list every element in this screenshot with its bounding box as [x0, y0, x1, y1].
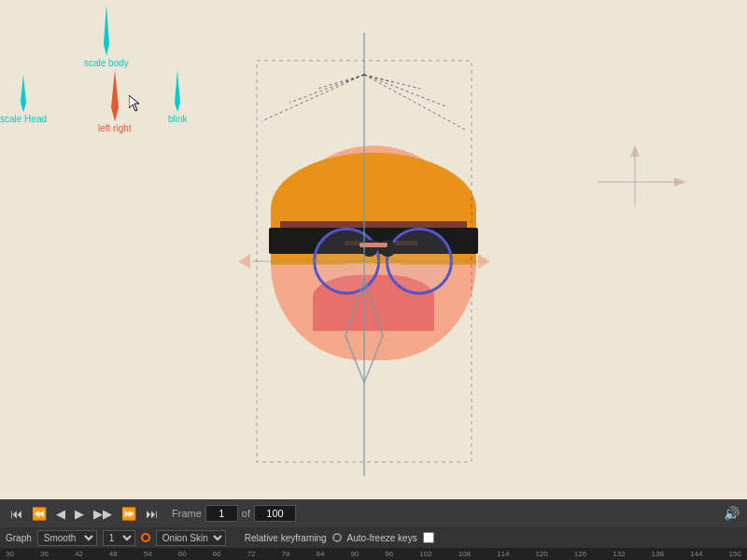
- play-button[interactable]: ▶: [72, 506, 87, 522]
- auto-freeze-label: Auto-freeze keys: [347, 533, 417, 543]
- step-forward-button[interactable]: ⏩: [119, 506, 139, 522]
- svg-marker-2: [111, 70, 119, 121]
- canvas-area: scale body scale Head left right blink: [0, 0, 747, 499]
- left-right-label: left right: [98, 123, 132, 133]
- go-start-button[interactable]: ⏮: [7, 506, 25, 522]
- svg-marker-1: [21, 75, 26, 112]
- character: [224, 46, 523, 438]
- transport-row: ⏮ ⏪ ◀ ▶ ▶▶ ⏩ ⏭ Frame of 🔊: [0, 499, 747, 527]
- glasses-right: [386, 227, 453, 294]
- blink-label: blink: [168, 114, 188, 124]
- scale-head-control[interactable]: scale Head: [0, 75, 47, 124]
- relative-keyframing-dot: [332, 533, 342, 542]
- graph-label: Graph: [6, 533, 32, 543]
- nose: [359, 243, 388, 247]
- smooth-dropdown[interactable]: Smooth Linear Stepped: [37, 530, 97, 546]
- prev-frame-button[interactable]: ◀: [53, 506, 68, 522]
- controls-row: Graph Smooth Linear Stepped 1 2 3 Onion …: [0, 527, 747, 548]
- timeline-ruler[interactable]: 30 36 42 48 54 60 66 72 78 84 90 96 102 …: [0, 548, 747, 560]
- audio-icon[interactable]: 🔊: [724, 506, 740, 521]
- scale-body-label: scale body: [84, 58, 129, 68]
- scale-head-label: scale Head: [0, 114, 47, 124]
- relative-keyframing-label: Relative keyframing: [245, 533, 327, 543]
- auto-freeze-checkbox[interactable]: [423, 532, 434, 543]
- blink-control[interactable]: blink: [168, 70, 188, 124]
- step-back-button[interactable]: ⏪: [29, 506, 49, 522]
- svg-marker-3: [175, 70, 180, 112]
- go-end-button[interactable]: ⏭: [143, 506, 161, 522]
- svg-marker-18: [630, 145, 640, 157]
- onion-record-dot: [141, 533, 150, 542]
- next-frame-button[interactable]: ▶▶: [91, 506, 115, 522]
- timeline-bar: ⏮ ⏪ ◀ ▶ ▶▶ ⏩ ⏭ Frame of 🔊 Graph Smooth L…: [0, 499, 747, 560]
- svg-marker-0: [104, 5, 109, 56]
- ruler-ticks: 30 36 42 48 54 60 66 72 78 84 90 96 102 …: [4, 550, 743, 558]
- total-frames-input[interactable]: [254, 505, 296, 522]
- glasses-left: [313, 227, 380, 294]
- of-label: of: [242, 508, 250, 519]
- frame-label: Frame: [172, 508, 202, 519]
- frame-input[interactable]: [205, 505, 238, 522]
- scale-body-control[interactable]: scale body: [84, 5, 129, 68]
- number-dropdown[interactable]: 1 2 3: [103, 530, 135, 546]
- svg-marker-20: [674, 177, 686, 187]
- onion-skins-dropdown[interactable]: Onion Skins: [156, 530, 226, 546]
- left-right-control[interactable]: left right: [98, 70, 132, 133]
